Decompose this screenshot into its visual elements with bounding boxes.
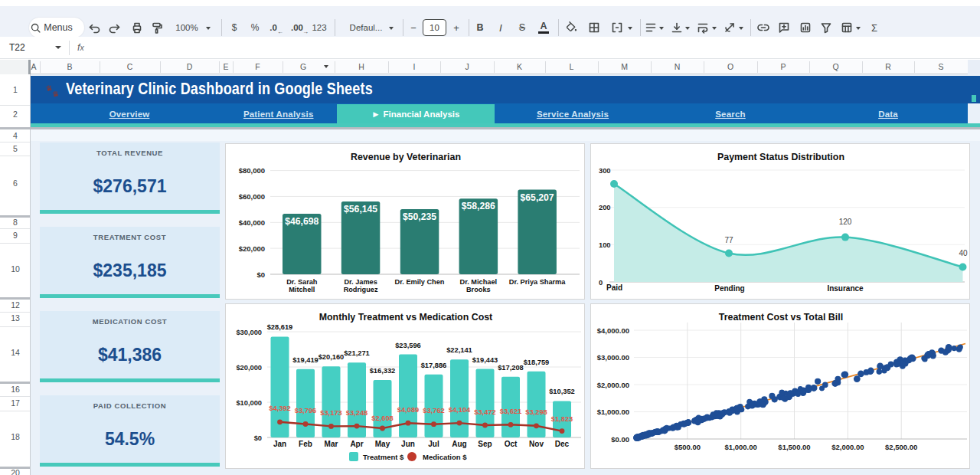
svg-text:$65,207: $65,207	[521, 192, 554, 203]
svg-text:$80,000: $80,000	[239, 166, 265, 175]
svg-text:$17,886: $17,886	[421, 362, 447, 369]
svg-text:$1,823: $1,823	[551, 415, 573, 423]
svg-text:$1,000.00: $1,000.00	[597, 408, 629, 416]
svg-text:$10,352: $10,352	[549, 388, 575, 395]
svg-text:Insurance: Insurance	[827, 284, 864, 293]
svg-text:Dr. James: Dr. James	[344, 278, 377, 286]
svg-text:Rodriguez: Rodriguez	[344, 286, 378, 293]
svg-text:Feb: Feb	[299, 440, 312, 448]
svg-text:$22,141: $22,141	[446, 346, 472, 354]
svg-text:300: 300	[599, 167, 611, 175]
svg-text:$1,000.00: $1,000.00	[725, 443, 757, 451]
svg-text:Treatment Cost vs Total Bill: Treatment Cost vs Total Bill	[719, 312, 843, 323]
svg-text:$3,248: $3,248	[346, 409, 368, 417]
svg-text:Dr. Sarah: Dr. Sarah	[286, 278, 318, 286]
svg-text:Treatment $: Treatment $	[363, 453, 404, 461]
svg-text:100: 100	[599, 241, 611, 249]
svg-text:Dr. Priya Sharma: Dr. Priya Sharma	[509, 278, 566, 286]
svg-text:$21,271: $21,271	[344, 349, 370, 357]
svg-text:$2,500.00: $2,500.00	[885, 443, 917, 451]
svg-text:77: 77	[724, 236, 733, 244]
svg-text:Dr. Emily Chen: Dr. Emily Chen	[395, 278, 445, 286]
svg-text:$4,392: $4,392	[269, 405, 290, 412]
svg-text:Jul: Jul	[428, 440, 439, 448]
svg-text:$46,698: $46,698	[285, 216, 318, 227]
svg-text:$10,000: $10,000	[236, 399, 262, 407]
svg-text:$17,208: $17,208	[498, 364, 524, 372]
svg-text:May: May	[375, 440, 390, 448]
svg-text:$60,000: $60,000	[239, 192, 265, 201]
svg-text:$28,619: $28,619	[267, 323, 293, 331]
svg-text:$20,160: $20,160	[318, 353, 345, 361]
svg-text:$4,000.00: $4,000.00	[597, 326, 629, 335]
svg-text:$0: $0	[256, 270, 265, 279]
svg-text:Mar: Mar	[325, 440, 338, 448]
svg-text:$19,443: $19,443	[472, 356, 498, 364]
svg-text:Payment Status Distribution: Payment Status Distribution	[717, 152, 844, 162]
svg-text:$20,000: $20,000	[236, 364, 262, 372]
svg-text:Mitchell: Mitchell	[289, 286, 315, 293]
svg-text:Paid: Paid	[606, 283, 622, 292]
svg-text:$58,286: $58,286	[462, 201, 495, 211]
svg-text:$0: $0	[254, 434, 262, 442]
svg-text:Revenue by Veterinarian: Revenue by Veterinarian	[351, 152, 461, 162]
svg-text:$2,000.00: $2,000.00	[597, 381, 629, 389]
svg-text:$3,173: $3,173	[320, 409, 341, 417]
svg-text:120: 120	[839, 218, 852, 226]
svg-text:Brooks: Brooks	[466, 286, 491, 293]
svg-text:Dec: Dec	[555, 440, 570, 448]
svg-text:$20,000: $20,000	[239, 244, 265, 253]
svg-text:40: 40	[959, 249, 968, 257]
svg-text:Apr: Apr	[350, 440, 363, 448]
svg-text:$2,000.00: $2,000.00	[831, 443, 864, 451]
svg-text:$3,000.00: $3,000.00	[597, 353, 629, 362]
svg-text:$3,796: $3,796	[295, 407, 316, 414]
svg-text:$3,762: $3,762	[423, 407, 444, 414]
svg-text:$56,145: $56,145	[344, 204, 377, 215]
svg-text:$40,000: $40,000	[239, 218, 265, 227]
svg-text:Jan: Jan	[273, 440, 286, 448]
svg-text:Monthly Treatment vs Medicatio: Monthly Treatment vs Medication Cost	[319, 312, 493, 323]
svg-text:Jun: Jun	[401, 440, 415, 448]
svg-text:$19,419: $19,419	[292, 356, 318, 364]
svg-text:$23,596: $23,596	[395, 342, 421, 349]
svg-text:Dr. Michael: Dr. Michael	[460, 278, 498, 286]
svg-text:Nov: Nov	[529, 440, 544, 448]
svg-text:$3,621: $3,621	[500, 408, 521, 415]
svg-text:$1,500.00: $1,500.00	[778, 443, 810, 451]
svg-text:Medication $: Medication $	[423, 453, 467, 461]
svg-text:$50,235: $50,235	[403, 211, 436, 222]
svg-text:Pending: Pending	[714, 284, 744, 293]
svg-text:$16,332: $16,332	[370, 367, 396, 375]
svg-text:$4,104: $4,104	[449, 406, 471, 414]
svg-text:$2,608: $2,608	[371, 414, 393, 422]
svg-text:$30,000: $30,000	[236, 329, 262, 336]
svg-text:Oct: Oct	[505, 440, 518, 448]
svg-text:$500.00: $500.00	[675, 443, 701, 451]
svg-text:$3,298: $3,298	[525, 408, 547, 416]
svg-text:$4,089: $4,089	[397, 406, 419, 414]
svg-text:200: 200	[599, 204, 611, 211]
svg-text:Aug: Aug	[452, 440, 466, 448]
svg-text:$3,472: $3,472	[474, 408, 495, 416]
svg-text:$18,759: $18,759	[524, 359, 550, 366]
svg-text:Sep: Sep	[478, 440, 492, 448]
svg-text:0: 0	[599, 279, 603, 287]
svg-text:$0.00: $0.00	[611, 435, 629, 444]
